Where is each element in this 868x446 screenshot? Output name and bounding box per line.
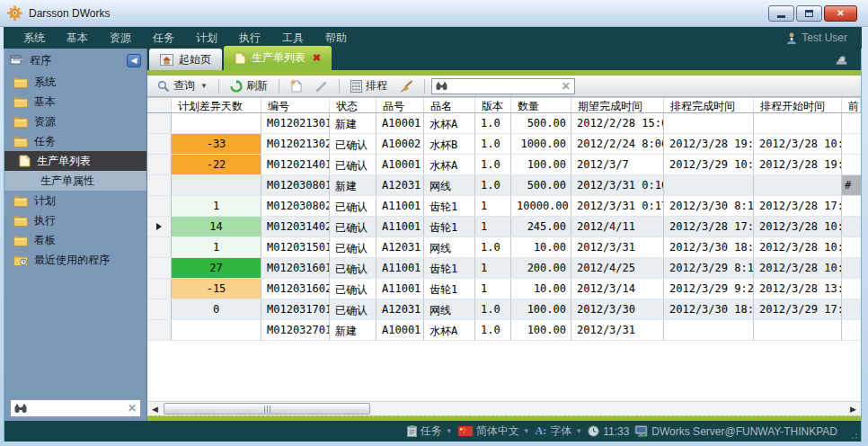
part-name-cell[interactable]: 网线 bbox=[424, 175, 475, 195]
part-no-cell[interactable]: A12031 bbox=[376, 237, 424, 257]
part-name-cell[interactable]: 水杯A bbox=[424, 113, 475, 133]
due-cell[interactable]: 2012/2/28 15:00 bbox=[571, 113, 664, 133]
refresh-button[interactable]: 刷新 bbox=[226, 76, 272, 95]
status-cell[interactable]: 已确认 bbox=[330, 258, 376, 278]
sched-start-cell[interactable] bbox=[754, 113, 842, 133]
due-cell[interactable]: 2012/3/30 bbox=[571, 299, 664, 319]
part-name-cell[interactable]: 齿轮1 bbox=[424, 279, 475, 299]
version-cell[interactable]: 1.0 bbox=[475, 299, 511, 319]
part-name-cell[interactable]: 齿轮1 bbox=[424, 258, 475, 278]
part-name-cell[interactable]: 网线 bbox=[424, 299, 475, 319]
part-no-cell[interactable]: A11001 bbox=[376, 279, 424, 299]
plan-diff-days-cell[interactable]: -15 bbox=[172, 279, 261, 299]
row-selector[interactable] bbox=[147, 175, 172, 195]
code-cell[interactable]: M012031602 bbox=[261, 279, 330, 299]
qty-cell[interactable]: 100.00 bbox=[511, 299, 571, 319]
status-cell[interactable]: 已确认 bbox=[330, 155, 376, 174]
plan-diff-days-cell[interactable]: -22 bbox=[172, 155, 261, 174]
plan-diff-days-cell[interactable] bbox=[172, 320, 261, 340]
sched-end-cell[interactable]: 2012/3/30 18:00 bbox=[664, 237, 754, 257]
row-selector[interactable] bbox=[147, 299, 172, 319]
overflow-cell[interactable] bbox=[842, 155, 861, 174]
due-cell[interactable]: 2012/3/31 0:10 bbox=[571, 175, 664, 195]
due-cell[interactable]: 2012/3/7 bbox=[571, 155, 664, 174]
qty-cell[interactable]: 200.00 bbox=[511, 258, 571, 278]
code-cell[interactable]: M012021401 bbox=[261, 155, 330, 174]
status-language-menu[interactable]: 简体中文 ▼ bbox=[458, 424, 530, 439]
qty-cell[interactable]: 10.00 bbox=[511, 237, 571, 257]
qty-cell[interactable]: 1000.00 bbox=[511, 134, 571, 154]
plan-diff-days-cell[interactable]: -33 bbox=[172, 134, 261, 154]
overflow-cell[interactable] bbox=[842, 258, 861, 278]
part-no-cell[interactable]: A10001 bbox=[376, 320, 424, 340]
column-header-2[interactable]: 状态 bbox=[330, 98, 376, 112]
toolbar-search-input[interactable] bbox=[451, 81, 558, 92]
overflow-cell[interactable] bbox=[842, 279, 861, 299]
current-row-indicator[interactable] bbox=[147, 217, 172, 236]
version-cell[interactable]: 1 bbox=[475, 279, 511, 299]
column-header-0[interactable]: 计划差异天数 bbox=[172, 98, 261, 112]
status-cell[interactable]: 已确认 bbox=[330, 217, 376, 236]
sched-start-cell[interactable]: 2012/3/28 10:52 bbox=[754, 217, 842, 236]
part-no-cell[interactable]: A11001 bbox=[376, 196, 424, 216]
due-cell[interactable]: 2012/3/31 bbox=[571, 237, 664, 257]
toolbar-search-clear-icon[interactable]: ✕ bbox=[562, 80, 571, 93]
code-cell[interactable]: M012021302 bbox=[261, 134, 330, 154]
maximize-button[interactable] bbox=[796, 5, 822, 22]
version-cell[interactable]: 1 bbox=[475, 217, 511, 236]
part-name-cell[interactable]: 水杯B bbox=[424, 134, 475, 154]
qty-cell[interactable]: 245.00 bbox=[511, 217, 571, 236]
sidebar-search-input[interactable] bbox=[31, 403, 124, 414]
part-no-cell[interactable]: A11001 bbox=[376, 217, 424, 236]
row-selector[interactable] bbox=[147, 237, 172, 257]
plan-diff-days-cell[interactable]: 27 bbox=[172, 258, 261, 278]
overflow-cell[interactable] bbox=[842, 217, 861, 236]
row-selector[interactable] bbox=[147, 258, 172, 278]
pin-icon[interactable] bbox=[834, 54, 850, 67]
menu-item-4[interactable]: 计划 bbox=[185, 27, 228, 49]
status-cell[interactable]: 已确认 bbox=[330, 279, 376, 299]
due-cell[interactable]: 2012/3/31 0:17 bbox=[571, 196, 664, 216]
resize-grip[interactable] bbox=[848, 430, 857, 439]
version-cell[interactable]: 1.0 bbox=[475, 155, 511, 174]
part-no-cell[interactable]: A12031 bbox=[376, 299, 424, 319]
overflow-cell[interactable] bbox=[842, 237, 861, 257]
plan-diff-days-cell[interactable]: 14 bbox=[172, 217, 261, 236]
status-cell[interactable]: 已确认 bbox=[330, 299, 376, 319]
horizontal-scrollbar[interactable]: ◀ ▶ bbox=[147, 401, 861, 415]
due-cell[interactable]: 2012/3/31 bbox=[571, 320, 664, 340]
row-selector[interactable] bbox=[147, 155, 172, 174]
column-header-8[interactable]: 排程完成时间 bbox=[664, 98, 754, 112]
query-button[interactable]: 查询 ▼ bbox=[153, 76, 212, 95]
column-header-5[interactable]: 版本 bbox=[475, 98, 511, 112]
user-indicator[interactable]: Test User bbox=[786, 31, 853, 44]
qty-cell[interactable]: 10.00 bbox=[511, 279, 571, 299]
version-cell[interactable]: 1.0 bbox=[475, 134, 511, 154]
plan-diff-days-cell[interactable]: 1 bbox=[172, 196, 261, 216]
overflow-cell[interactable] bbox=[842, 113, 861, 133]
sidebar-item-7[interactable]: 执行 bbox=[4, 210, 146, 230]
part-name-cell[interactable]: 齿轮1 bbox=[424, 217, 475, 236]
version-cell[interactable]: 1.0 bbox=[475, 175, 511, 195]
plan-diff-days-cell[interactable] bbox=[172, 175, 261, 195]
overflow-cell[interactable] bbox=[842, 320, 861, 340]
plan-diff-days-cell[interactable] bbox=[172, 113, 261, 133]
sidebar-item-2[interactable]: 资源 bbox=[4, 112, 146, 131]
part-name-cell[interactable]: 齿轮1 bbox=[424, 196, 475, 216]
part-name-cell[interactable]: 水杯A bbox=[424, 155, 475, 174]
column-header-7[interactable]: 期望完成时间 bbox=[571, 98, 664, 112]
sched-end-cell[interactable]: 2012/3/28 17:13 bbox=[664, 217, 754, 236]
sched-start-cell[interactable] bbox=[754, 175, 842, 195]
overflow-cell[interactable]: # bbox=[842, 175, 861, 195]
qty-cell[interactable]: 10000.00 bbox=[511, 196, 571, 216]
column-header-10[interactable]: 前 bbox=[842, 98, 861, 112]
part-no-cell[interactable]: A10001 bbox=[376, 155, 424, 174]
row-selector[interactable] bbox=[147, 113, 172, 133]
version-cell[interactable]: 1 bbox=[475, 258, 511, 278]
row-selector[interactable] bbox=[147, 320, 172, 340]
part-no-cell[interactable]: A10002 bbox=[376, 134, 424, 154]
sidebar-item-4[interactable]: 生产单列表 bbox=[4, 151, 146, 171]
status-cell[interactable]: 新建 bbox=[330, 175, 376, 195]
version-cell[interactable]: 1.0 bbox=[475, 237, 511, 257]
menu-item-3[interactable]: 任务 bbox=[142, 27, 185, 49]
